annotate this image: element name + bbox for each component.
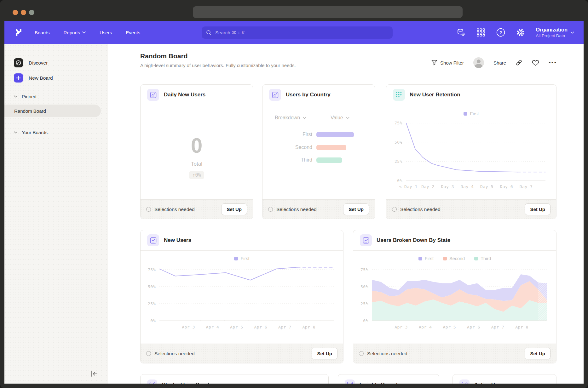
card-status: Selections needed: [146, 207, 195, 212]
show-filter-button[interactable]: Show Filter: [431, 60, 464, 66]
svg-text:75%: 75%: [360, 267, 368, 272]
svg-text:0%: 0%: [397, 178, 402, 183]
status-circle-icon: [359, 351, 364, 356]
sidebar-item-discover[interactable]: Discover: [14, 58, 48, 67]
favorite-button[interactable]: [532, 60, 539, 66]
legend-swatch-icon: [443, 257, 447, 260]
set-up-button[interactable]: Set Up: [525, 348, 551, 359]
svg-text:0%: 0%: [363, 318, 368, 323]
card-footer: Selections needed Set Up: [353, 344, 556, 363]
svg-text:75%: 75%: [148, 267, 156, 272]
svg-text:Day 4: Day 4: [461, 184, 474, 189]
card-title: Active Users: [474, 382, 506, 384]
sidebar: Discover New Board Pinned Random Board Y…: [4, 44, 108, 384]
set-up-button[interactable]: Set Up: [221, 203, 247, 215]
window-zoom-button[interactable]: [29, 10, 34, 15]
nav-item-reports[interactable]: Reports: [64, 30, 86, 35]
sidebar-item-label: New Board: [29, 75, 53, 81]
card-footer: Selections needed Set Up: [141, 344, 343, 363]
chevron-down-icon: [303, 117, 306, 119]
metric-label: Total: [141, 161, 253, 167]
status-circle-icon: [268, 207, 273, 212]
svg-text:Day 6: Day 6: [500, 184, 513, 189]
card-title: Insights Report: [360, 382, 398, 384]
global-search[interactable]: [202, 26, 393, 39]
nav-item-events[interactable]: Events: [126, 30, 140, 35]
bar-label: Second: [262, 145, 316, 150]
status-label: Selections needed: [367, 351, 407, 357]
show-filter-label: Show Filter: [440, 60, 464, 66]
card-header: Daily New Users: [141, 85, 253, 105]
svg-text:Apr 5: Apr 5: [443, 325, 456, 329]
help-icon[interactable]: ?: [496, 28, 505, 37]
avatar[interactable]: [473, 57, 484, 68]
top-navbar: Boards Reports Users Events: [4, 21, 584, 44]
card-header: Users by Country: [262, 85, 375, 105]
nav-label: Reports: [64, 30, 80, 35]
bar: [316, 132, 354, 137]
dropdown-label: Value: [331, 115, 343, 121]
sidebar-item-new-board[interactable]: New Board: [14, 73, 53, 83]
share-button[interactable]: Share: [493, 60, 506, 66]
sidebar-section-your-boards[interactable]: Your Boards: [14, 130, 48, 135]
set-up-button[interactable]: Set Up: [312, 348, 337, 359]
board-header: Random Board A high-level summary of use…: [140, 52, 557, 68]
value-dropdown[interactable]: Value: [331, 115, 349, 121]
card-daily-new-users: Daily New Users 0 Total ↑0% Selections n…: [140, 84, 253, 219]
bar-label: Third: [262, 157, 316, 163]
svg-text:Day 5: Day 5: [480, 184, 493, 189]
status-label: Selections needed: [276, 207, 317, 212]
settings-gear-icon[interactable]: [516, 28, 525, 37]
sidebar-item-random-board[interactable]: Random Board: [4, 105, 101, 117]
card-users-by-state: Users Broken Down By State Selections ne…: [353, 230, 556, 363]
data-management-icon[interactable]: [456, 28, 466, 37]
plus-icon: [14, 73, 23, 83]
svg-text:Day 7: Day 7: [520, 184, 533, 189]
nav-item-users[interactable]: Users: [100, 30, 112, 35]
section-label: Your Boards: [22, 130, 48, 135]
card-active-users: Active Users: [453, 374, 556, 384]
svg-text:?: ?: [499, 30, 502, 35]
nav-item-boards[interactable]: Boards: [35, 30, 50, 35]
window-close-button[interactable]: [13, 10, 18, 15]
bar-row: First: [262, 131, 354, 138]
navbar-right: ? Organization All Project Data: [456, 21, 574, 44]
svg-text:Apr 3: Apr 3: [395, 325, 408, 329]
sidebar-section-pinned[interactable]: Pinned: [14, 94, 37, 99]
card-new-user-retention: New User Retention Selections needed Set…: [386, 84, 556, 219]
status-circle-icon: [146, 207, 151, 212]
legend-item: First: [464, 111, 479, 116]
card-header: Active Users: [453, 374, 556, 384]
card-status: Selections needed: [359, 351, 407, 357]
browser-url-bar[interactable]: [193, 6, 463, 18]
svg-text:Apr 7: Apr 7: [278, 325, 291, 329]
set-up-button[interactable]: Set Up: [343, 203, 369, 215]
chevron-down-icon: [346, 117, 349, 119]
svg-text:< Day 1: < Day 1: [399, 184, 417, 189]
legend-swatch-icon: [474, 257, 478, 260]
app-window: Boards Reports Users Events: [0, 0, 588, 388]
legend-item: First: [234, 256, 249, 261]
metric-preview: 0 Total ↑0%: [141, 134, 253, 179]
org-project: All Project Data: [536, 33, 568, 38]
set-up-button[interactable]: Set Up: [525, 203, 551, 215]
chart-legend: First: [386, 111, 556, 116]
mixpanel-logo-icon[interactable]: [14, 28, 23, 37]
card-header: Insights Report: [338, 374, 439, 384]
discover-icon: [14, 58, 23, 67]
search-input[interactable]: [215, 30, 388, 36]
line-chart-icon: [147, 379, 157, 384]
bar: [316, 145, 346, 150]
chart-legend: First: [141, 256, 343, 261]
line-chart-icon: [147, 89, 159, 101]
share-label: Share: [493, 60, 506, 66]
apps-grid-icon[interactable]: [476, 28, 486, 37]
breakdown-dropdown[interactable]: Breakdown: [275, 115, 306, 121]
copy-link-button[interactable]: [516, 59, 522, 66]
window-minimize-button[interactable]: [21, 10, 26, 15]
nav-label: Events: [126, 30, 140, 35]
sidebar-collapse-button[interactable]: [89, 369, 99, 379]
more-options-button[interactable]: •••: [549, 60, 557, 66]
bar: [316, 157, 342, 163]
org-switcher[interactable]: Organization All Project Data: [536, 26, 574, 38]
